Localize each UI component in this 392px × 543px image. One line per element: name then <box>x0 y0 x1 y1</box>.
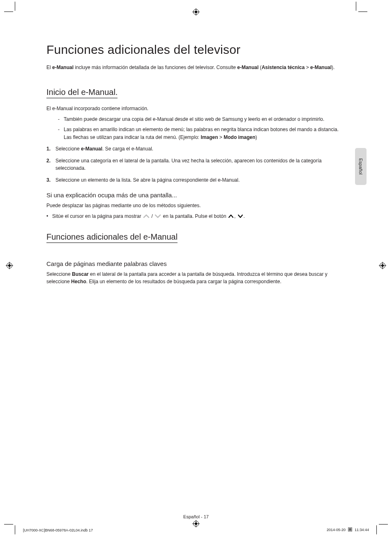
crop-mark <box>356 2 356 11</box>
language-tab: Español <box>355 148 367 185</box>
chevron-down-grey-icon <box>154 214 161 219</box>
chevron-up-icon <box>228 214 234 218</box>
indesign-icon <box>348 527 352 532</box>
crop-mark <box>4 524 13 525</box>
section-heading-emanual-start: Inicio del e-Manual. <box>46 88 118 98</box>
crop-mark <box>376 525 377 534</box>
language-tab-label: Español <box>358 158 363 175</box>
list-item: 3. Seleccione un elemento de la lista. S… <box>46 176 342 184</box>
footer-timestamp: 2014-05-20 11:34:44 <box>327 527 369 532</box>
cursor-instruction: Sitúe el cursor en la página para mostra… <box>46 213 342 220</box>
crop-mark <box>4 12 13 12</box>
footer-filename: [UH7000-XC]BN68-05978A-02L04.indb 17 <box>23 528 93 532</box>
section2-paragraph: Seleccione Buscar en el lateral de la pa… <box>46 270 342 285</box>
sub-lead: Puede desplazar las páginas mediante uno… <box>46 202 342 209</box>
list-item: Las palabras en amarillo indican un elem… <box>64 126 342 141</box>
list-item: 2. Seleccione una categoría en el latera… <box>46 157 342 172</box>
steps-list: 1. Seleccione e-Manual. Se carga el e-Ma… <box>46 145 342 184</box>
section1-lead: El e-Manual incorporado contiene informa… <box>46 105 342 112</box>
crop-mark <box>15 525 15 534</box>
page-title: Funciones adicionales del televisor <box>46 43 342 57</box>
page-number: Español - 17 <box>0 514 392 519</box>
content-area: Funciones adicionales del televisor El e… <box>46 43 342 289</box>
chevron-down-icon <box>238 214 243 218</box>
sub-heading-multi-screen: Si una explicación ocupa más de una pant… <box>46 192 342 199</box>
chevron-up-grey-icon <box>143 214 150 219</box>
registration-mark-icon <box>192 8 200 16</box>
crop-mark <box>379 524 388 525</box>
section-heading-emanual-functions: Funciones adicionales del e-Manual <box>46 232 178 243</box>
registration-mark-icon <box>6 262 13 269</box>
notes-list: También puede descargar una copia del e-… <box>46 116 342 141</box>
list-item: También puede descargar una copia del e-… <box>64 116 342 123</box>
crop-mark <box>15 2 15 11</box>
crop-mark <box>358 12 367 12</box>
list-item: 1. Seleccione e-Manual. Se carga el e-Ma… <box>46 145 342 153</box>
registration-mark-icon <box>379 262 386 269</box>
intro-paragraph: El e-Manual incluye más información deta… <box>46 64 342 71</box>
page: Español Funciones adicionales del televi… <box>0 0 392 543</box>
registration-mark-icon <box>192 520 200 527</box>
sub-heading-keyword-pages: Carga de páginas mediante palabras clave… <box>46 260 342 267</box>
